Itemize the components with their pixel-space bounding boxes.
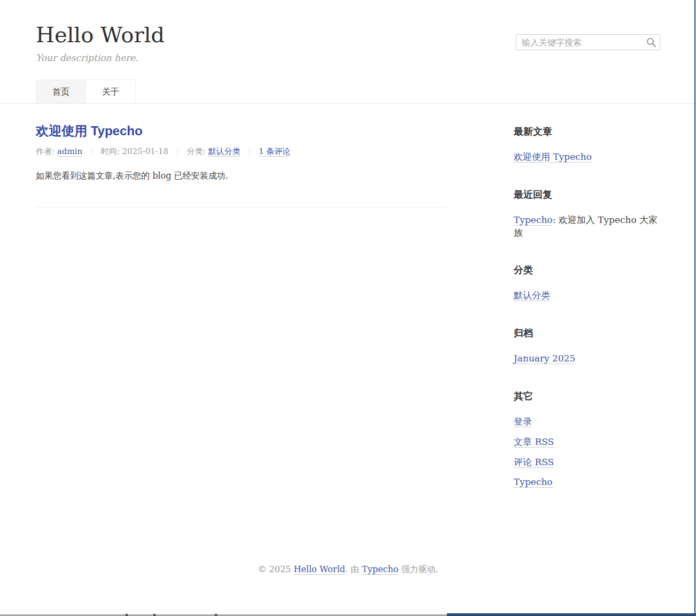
taskbar-edge-artifact <box>0 613 696 616</box>
search-button[interactable] <box>645 36 658 49</box>
window-edge-blue-strip <box>447 613 696 616</box>
list-item: 登录 <box>514 415 660 428</box>
list-item: Typecho <box>514 476 660 489</box>
main-column: 欢迎使用 Typecho 作者: admin 时间: 2025-01-18 分类… <box>36 104 447 513</box>
list-item: Typecho: 欢迎加入 Typecho 大家族 <box>514 214 660 240</box>
post-date: 2025-01-18 <box>122 147 168 156</box>
taskbar-icon-sliver <box>215 614 217 616</box>
login-link[interactable]: 登录 <box>514 416 532 427</box>
list-item: 默认分类 <box>514 289 660 302</box>
recent-post-link[interactable]: 欢迎使用 Typecho <box>514 151 592 163</box>
meta-separator <box>249 148 250 155</box>
category-label: 分类: <box>187 147 206 156</box>
post-title-link[interactable]: 欢迎使用 Typecho <box>36 124 143 138</box>
widget-title: 归档 <box>514 327 660 340</box>
meta-separator <box>91 148 92 155</box>
widget-title: 最近回复 <box>514 188 660 201</box>
footer-typecho-link[interactable]: Typecho <box>362 564 398 575</box>
post: 欢迎使用 Typecho 作者: admin 时间: 2025-01-18 分类… <box>36 124 447 182</box>
search-icon <box>646 41 656 49</box>
widget-categories: 分类 默认分类 <box>514 264 660 302</box>
footer-suffix-text: 强力驱动. <box>398 564 438 574</box>
time-label: 时间: <box>101 147 120 156</box>
window-border-artifact <box>694 0 695 616</box>
nav-item-home[interactable]: 首页 <box>36 80 86 103</box>
typecho-link[interactable]: Typecho <box>514 476 553 488</box>
category-item-link[interactable]: 默认分类 <box>514 290 550 301</box>
widget-misc: 其它 登录 文章 RSS 评论 RSS Typecho <box>514 390 660 489</box>
post-body: 如果您看到这篇文章,表示您的 blog 已经安装成功. <box>36 170 447 182</box>
site-title-link[interactable]: Hello World <box>36 22 165 47</box>
site-description: Your description here. <box>36 52 660 63</box>
copyright-text: © 2025 <box>258 564 293 574</box>
site-header: Hello World Your description here. 首页 关于 <box>0 0 696 104</box>
taskbar-icon-sliver <box>126 614 128 616</box>
archive-link[interactable]: January 2025 <box>514 353 575 364</box>
widget-title: 最新文章 <box>514 125 660 138</box>
site-footer: © 2025 Hello World. 由 Typecho 强力驱动. <box>36 564 660 575</box>
widget-recent-posts: 最新文章 欢迎使用 Typecho <box>514 125 660 164</box>
list-item: January 2025 <box>514 352 660 365</box>
sidebar: 最新文章 欢迎使用 Typecho 最近回复 Typecho: 欢迎加入 Typ… <box>514 104 660 513</box>
search-input[interactable] <box>516 34 660 50</box>
content-area: 欢迎使用 Typecho 作者: admin 时间: 2025-01-18 分类… <box>36 104 660 513</box>
post-divider <box>36 207 447 207</box>
list-item: 评论 RSS <box>514 456 660 469</box>
post-rss-link[interactable]: 文章 RSS <box>514 436 554 448</box>
search-form <box>516 34 660 50</box>
taskbar-icon-sliver <box>153 614 156 616</box>
widget-archives: 归档 January 2025 <box>514 327 660 365</box>
list-item: 欢迎使用 Typecho <box>514 151 660 164</box>
comment-rss-link[interactable]: 评论 RSS <box>514 457 554 468</box>
post-title: 欢迎使用 Typecho <box>36 124 447 138</box>
widget-title: 分类 <box>514 264 660 276</box>
widget-recent-comments: 最近回复 Typecho: 欢迎加入 Typecho 大家族 <box>514 188 660 240</box>
meta-separator <box>177 148 178 155</box>
category-link[interactable]: 默认分类 <box>208 147 240 157</box>
author-label: 作者: <box>36 147 55 156</box>
list-item: 文章 RSS <box>514 436 660 449</box>
main-nav: 首页 关于 <box>36 80 660 103</box>
comments-link[interactable]: 1 条评论 <box>259 147 290 157</box>
widget-title: 其它 <box>514 390 660 403</box>
footer-site-link[interactable]: Hello World <box>293 564 345 575</box>
recent-comment-author-link[interactable]: Typecho <box>514 214 553 226</box>
author-link[interactable]: admin <box>57 147 82 157</box>
footer-middle-text: . 由 <box>345 564 362 574</box>
post-meta: 作者: admin 时间: 2025-01-18 分类: 默认分类 1 条评论 <box>36 147 447 157</box>
nav-item-about[interactable]: 关于 <box>86 80 136 103</box>
